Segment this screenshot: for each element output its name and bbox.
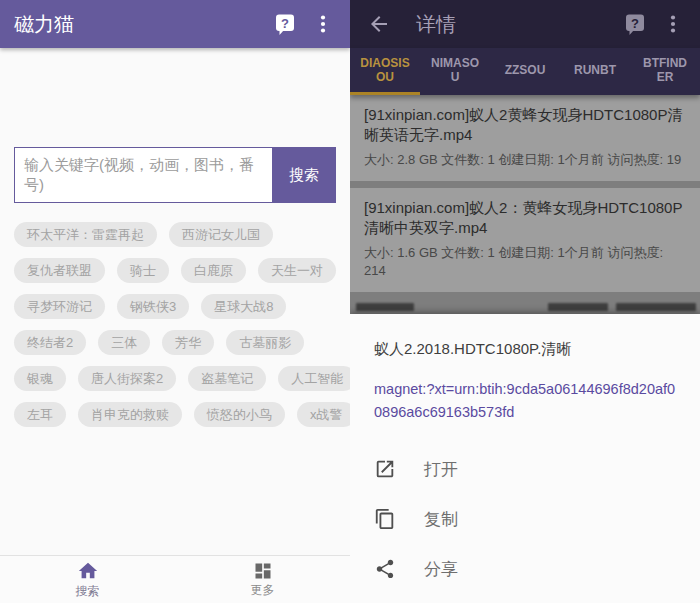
keyword-chip[interactable]: 盗墓笔记 (188, 366, 266, 391)
source-tab-label: ZZSOU (505, 63, 546, 77)
keyword-chip[interactable]: 复仇者联盟 (14, 258, 105, 283)
source-tab[interactable]: BTFIND ER (630, 48, 700, 95)
overflow-menu-button-dimmed[interactable] (658, 9, 688, 39)
open-label: 打开 (424, 458, 458, 481)
back-button[interactable] (364, 9, 394, 39)
sheet-title: 蚁人2.2018.HDTC1080P.清晰 (374, 340, 676, 359)
right-app-bar: 详情 ? (350, 0, 700, 48)
source-tab-label: BTFIND ER (643, 56, 687, 84)
keyword-chip[interactable]: 白鹿原 (181, 258, 246, 283)
result-meta: 大小: 1.6 GB 文件数: 1 创建日期: 1个月前 访问热度: 214 (364, 244, 686, 280)
overflow-menu-button[interactable] (308, 9, 338, 39)
result-meta: 大小: 2.8 GB 文件数: 1 创建日期: 1个月前 访问热度: 19 (364, 151, 686, 169)
help-button-dimmed[interactable]: ? (620, 9, 650, 39)
result-title: [91xinpian.com]蚁人2黄蜂女现身HDTC1080P清晰英语无字.m… (364, 105, 686, 145)
search-bar: 输入关键字(视频，动画，图书，番号) 搜索 (14, 147, 336, 203)
keyword-chip[interactable]: 古墓丽影 (226, 330, 304, 355)
share-label: 分享 (424, 558, 458, 581)
source-tab[interactable]: RUNBT (560, 48, 630, 95)
source-tab-label: DIAOSIS OU (360, 56, 409, 84)
grid-icon (253, 561, 273, 581)
home-icon (77, 560, 99, 582)
keyword-chip[interactable]: 唐人街探案2 (78, 366, 176, 391)
page-title: 详情 (416, 11, 612, 38)
source-tab[interactable]: ZZSOU (490, 48, 560, 95)
clipped-text (548, 303, 608, 311)
open-external-icon (374, 457, 398, 481)
source-tab-label: NIMASO U (431, 56, 479, 84)
help-button[interactable]: ? (270, 9, 300, 39)
copy-icon (374, 507, 398, 531)
share-icon (374, 557, 398, 581)
keyword-chip[interactable]: 环太平洋：雷霆再起 (14, 222, 157, 247)
keyword-chip[interactable]: 三体 (98, 330, 150, 355)
keyword-chip[interactable]: 银魂 (14, 366, 66, 391)
source-tab-label: RUNBT (574, 63, 616, 77)
copy-label: 复制 (424, 508, 458, 531)
keyword-chip[interactable]: 星球大战8 (201, 294, 286, 319)
keyword-chip[interactable]: 天生一对 (258, 258, 336, 283)
search-screen: 磁力猫 ? 输入关键字(视频，动画，图书，番号) 搜索 环太平洋：雷霆再起西游记… (0, 0, 350, 603)
result-list: [91xinpian.com]蚁人2黄蜂女现身HDTC1080P清晰英语无字.m… (350, 95, 700, 292)
share-action[interactable]: 分享 (374, 544, 676, 594)
source-tab[interactable]: DIAOSIS OU (350, 48, 420, 95)
source-tab[interactable]: NIMASO U (420, 48, 490, 95)
help-bubble-icon: ? (623, 12, 647, 36)
open-action[interactable]: 打开 (374, 444, 676, 494)
keyword-chip[interactable]: 终结者2 (14, 330, 86, 355)
detail-screen: 详情 ? DIAOSIS OU NIMASO U ZZSOU (350, 0, 700, 603)
keyword-chip[interactable]: 左耳 (14, 402, 66, 427)
more-vert-icon (311, 12, 335, 36)
search-input[interactable]: 输入关键字(视频，动画，图书，番号) (14, 147, 272, 203)
clipped-text (616, 303, 696, 311)
keyword-chip[interactable]: 钢铁侠3 (117, 294, 189, 319)
more-vert-icon (661, 12, 685, 36)
svg-text:?: ? (631, 16, 639, 31)
app-title: 磁力猫 (14, 11, 262, 38)
search-button[interactable]: 搜索 (272, 147, 336, 203)
copy-action[interactable]: 复制 (374, 494, 676, 544)
keyword-chip[interactable]: 愤怒的小鸟 (194, 402, 285, 427)
keyword-chip[interactable]: 肖申克的救赎 (78, 402, 182, 427)
keyword-chip[interactable]: 西游记女儿国 (169, 222, 273, 247)
sheet-actions: 打开 复制 分享 (374, 444, 676, 594)
bottom-navigation: 搜索 更多 (0, 555, 350, 603)
keyword-chip[interactable]: 人工智能 (278, 366, 350, 391)
keyword-chip[interactable]: 骑士 (117, 258, 169, 283)
back-arrow-icon (367, 12, 391, 36)
nav-label-more: 更多 (251, 582, 275, 599)
magnet-bottom-sheet: 蚁人2.2018.HDTC1080P.清晰 magnet:?xt=urn:bti… (350, 314, 700, 603)
magnet-link[interactable]: magnet:?xt=urn:btih:9cda5a06144696f8d20a… (374, 378, 676, 424)
nav-item-search[interactable]: 搜索 (0, 556, 175, 603)
result-item[interactable]: [91xinpian.com]蚁人2：黄蜂女现身HDTC1080P清晰中英双字.… (350, 188, 700, 292)
source-tabs: DIAOSIS OU NIMASO U ZZSOU RUNBT BTFIND E… (350, 48, 700, 95)
nav-item-more[interactable]: 更多 (175, 556, 350, 603)
help-bubble-icon: ? (273, 12, 297, 36)
search-placeholder: 输入关键字(视频，动画，图书，番号) (24, 156, 254, 193)
keyword-chip[interactable]: 芳华 (162, 330, 214, 355)
keyword-chip[interactable]: 寻梦环游记 (14, 294, 105, 319)
clipped-text (356, 303, 414, 311)
svg-text:?: ? (281, 16, 289, 31)
hot-keywords: 环太平洋：雷霆再起西游记女儿国 复仇者联盟骑士白鹿原天生一对 寻梦环游记钢铁侠3… (8, 222, 342, 427)
nav-label-search: 搜索 (76, 583, 100, 600)
result-item[interactable]: [91xinpian.com]蚁人2黄蜂女现身HDTC1080P清晰英语无字.m… (350, 95, 700, 181)
result-title: [91xinpian.com]蚁人2：黄蜂女现身HDTC1080P清晰中英双字.… (364, 198, 686, 238)
left-app-bar: 磁力猫 ? (0, 0, 350, 48)
keyword-chip[interactable]: x战警 (297, 402, 350, 427)
